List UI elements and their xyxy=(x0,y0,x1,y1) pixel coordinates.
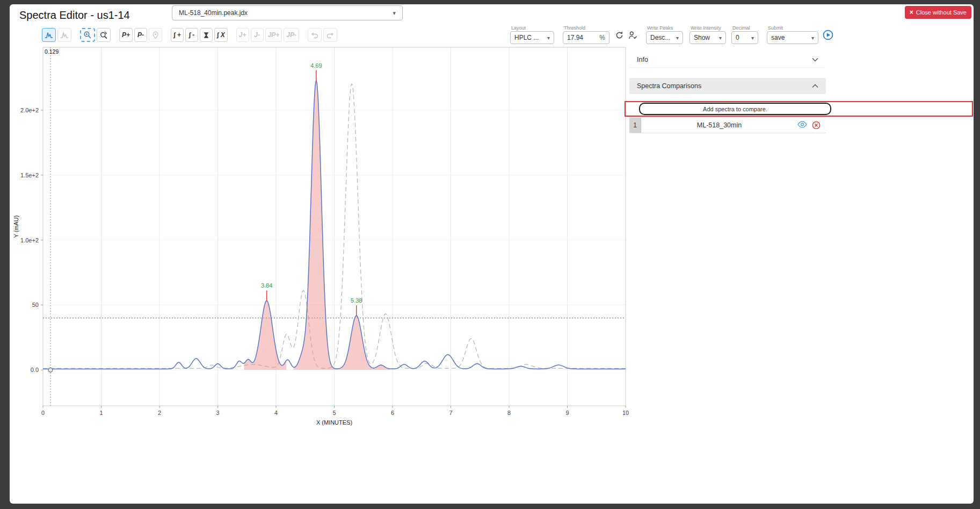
spectrum-line-icon xyxy=(60,31,69,39)
chevron-down-icon: ▾ xyxy=(809,35,814,41)
x-tick-label: 8 xyxy=(507,410,511,416)
y-tick-label: 1.5e+2 xyxy=(20,172,39,178)
assign-user-button[interactable] xyxy=(627,31,638,41)
chevron-down-icon xyxy=(812,56,818,63)
play-circle-icon xyxy=(823,34,833,42)
chromatogram-canvas[interactable]: 0123456789102.0e+21.5e+21.0e+2500.0X (MI… xyxy=(10,45,633,430)
close-icon: × xyxy=(910,9,913,16)
recalculate-button[interactable] xyxy=(614,31,625,41)
x-tick-label: 0 xyxy=(41,410,45,416)
y-tick-label: 2.0e+2 xyxy=(20,107,39,113)
threshold-control: Threshold 17.94 % xyxy=(563,25,609,44)
spectrum-line-tool-button[interactable] xyxy=(42,28,56,42)
threshold-unit: % xyxy=(599,34,605,41)
y-tick-label: 50 xyxy=(32,302,39,308)
chevron-down-icon: ▾ xyxy=(393,10,396,17)
zoom-tool-button[interactable] xyxy=(80,28,95,42)
write-peaks-control: Write Peaks Desc... ▾ xyxy=(646,25,683,44)
layout-control: Layout HPLC ... ▾ xyxy=(510,25,554,44)
add-spectra-to-compare-button[interactable]: Add spectra to compare. xyxy=(639,103,831,115)
eye-icon xyxy=(797,121,807,130)
spectrum-line-alt-tool-button[interactable] xyxy=(57,28,71,42)
chevron-down-icon: ▾ xyxy=(749,35,754,41)
integral-add-button[interactable]: ∫ + xyxy=(171,28,184,42)
chevron-down-icon: ▾ xyxy=(674,35,679,41)
peak-retention-label: 3.84 xyxy=(261,282,272,289)
spectrum-file-select[interactable]: ML-518_40min.peak.jdx ▾ xyxy=(172,5,403,20)
chevron-up-icon xyxy=(812,82,818,90)
page-title: Spectra Editor - us1-14 xyxy=(19,9,130,21)
x-tick-label: 3 xyxy=(216,410,219,416)
x-tick-label: 9 xyxy=(565,410,569,416)
layout-label: Layout xyxy=(510,25,554,31)
comparison-list-item[interactable]: 1 ML-518_30min xyxy=(629,117,826,133)
cursor-value-label: 0.129 xyxy=(45,48,59,55)
y-tick-label: 1.0e+2 xyxy=(20,237,39,243)
write-intensity-control: Write Intensity Show ▾ xyxy=(689,25,726,44)
integral-remove-button[interactable]: ∫ - xyxy=(185,28,198,42)
redo-icon xyxy=(326,31,335,39)
zoom-reset-button[interactable] xyxy=(97,28,111,42)
submit-select[interactable]: save ▾ xyxy=(767,31,818,44)
write-intensity-select[interactable]: Show ▾ xyxy=(689,31,726,44)
submit-label: Submit xyxy=(767,25,818,31)
redo-button[interactable] xyxy=(323,28,337,42)
peak-add-button[interactable]: P+ xyxy=(119,28,133,42)
integral-clear-button[interactable]: ∫ X xyxy=(214,28,228,42)
info-section-title: Info xyxy=(637,56,648,63)
spectra-comparisons-title: Spectra Comparisons xyxy=(637,82,701,90)
undo-button[interactable] xyxy=(308,28,322,42)
circle-x-icon xyxy=(812,123,821,131)
remove-comparison-button[interactable] xyxy=(811,121,821,130)
threshold-input[interactable]: 17.94 % xyxy=(563,31,609,44)
jp-add-button[interactable]: JP+ xyxy=(265,28,282,42)
threshold-value: 17.94 xyxy=(567,34,583,41)
run-submit-button[interactable] xyxy=(822,30,834,41)
person-check-icon xyxy=(628,33,637,41)
peak-pick-button[interactable] xyxy=(149,28,162,42)
integral-threshold-button[interactable] xyxy=(200,28,213,42)
write-intensity-value: Show xyxy=(694,34,710,41)
spectra-editor-window: Spectra Editor - us1-14 ML-518_40min.pea… xyxy=(10,4,974,504)
integration-fill xyxy=(294,81,339,370)
j-remove-button[interactable]: J- xyxy=(251,28,264,42)
write-peaks-select[interactable]: Desc... ▾ xyxy=(646,31,683,44)
close-without-save-label: Close without Save xyxy=(916,9,967,16)
x-tick-label: 6 xyxy=(391,410,394,416)
x-tick-label: 7 xyxy=(449,410,452,416)
threshold-label: Threshold xyxy=(563,25,609,31)
peak-retention-label: 4.69 xyxy=(310,62,322,69)
chromatogram-chart[interactable]: 0123456789102.0e+21.5e+21.0e+2500.0X (MI… xyxy=(10,45,633,430)
chevron-down-icon: ▾ xyxy=(717,35,722,41)
comparison-index-badge: 1 xyxy=(629,118,641,133)
j-add-button[interactable]: J+ xyxy=(236,28,249,42)
x-tick-label: 10 xyxy=(622,410,629,416)
spectrum-line-icon xyxy=(45,31,53,39)
integration-fill xyxy=(339,316,389,370)
hourglass-icon xyxy=(202,31,210,39)
write-peaks-label: Write Peaks xyxy=(646,25,683,31)
x-tick-label: 1 xyxy=(99,410,103,416)
x-tick-label: 4 xyxy=(274,410,278,416)
magnifier-reset-icon xyxy=(99,31,108,39)
info-section-header[interactable]: Info xyxy=(629,52,826,68)
write-intensity-label: Write Intensity xyxy=(689,25,726,31)
x-axis-title: X (MINUTES) xyxy=(316,419,352,426)
layout-select[interactable]: HPLC ... ▾ xyxy=(510,31,554,44)
cursor-handle[interactable] xyxy=(48,368,53,372)
location-pin-icon xyxy=(151,31,159,39)
jp-remove-button[interactable]: JP- xyxy=(284,28,299,42)
chart-toolbar: P+ P- ∫ + ∫ - ∫ X J+ J- JP+ JP- xyxy=(42,28,337,42)
x-tick-label: 5 xyxy=(332,410,336,416)
submit-value: save xyxy=(771,34,785,41)
toggle-visibility-button[interactable] xyxy=(797,121,807,130)
decimal-control: Decimal 0 ▾ xyxy=(731,25,758,44)
close-without-save-button[interactable]: × Close without Save xyxy=(905,6,971,19)
refresh-icon xyxy=(615,33,624,41)
peak-remove-button[interactable]: P- xyxy=(134,28,147,42)
decimal-label: Decimal xyxy=(731,25,758,31)
spectra-comparisons-section-header[interactable]: Spectra Comparisons xyxy=(629,78,826,94)
decimal-select[interactable]: 0 ▾ xyxy=(731,31,758,44)
magnifier-plus-icon xyxy=(83,31,92,39)
decimal-value: 0 xyxy=(736,34,739,41)
